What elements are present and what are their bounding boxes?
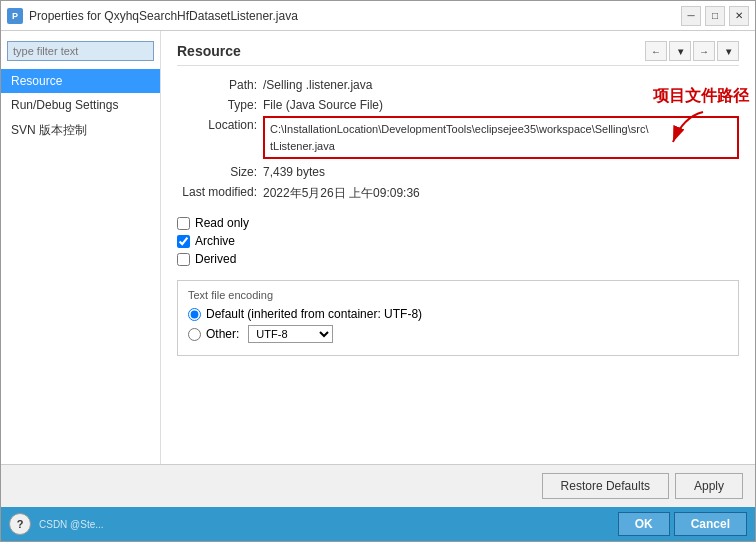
size-label: Size: [177,163,257,179]
title-bar: P Properties for QxyhqSearchHfDatasetLis… [1,1,755,31]
content-area: Resource Run/Debug Settings SVN 版本控制 Res… [1,31,755,464]
maximize-button[interactable]: □ [705,6,725,26]
back-button[interactable]: ← [645,41,667,61]
other-encoding-radio[interactable] [188,328,201,341]
encoding-title: Text file encoding [188,289,728,301]
type-value: File (Java Source File) [263,96,739,112]
title-controls: ─ □ ✕ [681,6,749,26]
default-encoding-row[interactable]: Default (inherited from container: UTF-8… [188,307,728,321]
derived-checkbox[interactable] [177,253,190,266]
archive-label: Archive [195,234,235,248]
default-encoding-radio[interactable] [188,308,201,321]
help-button[interactable]: ? [9,513,31,535]
path-value: /Selling .listener.java [263,76,739,92]
info-grid: Path: /Selling .listener.java Type: File… [177,76,739,202]
cancel-button[interactable]: Cancel [674,512,747,536]
nav-buttons: ← ▾ → ▾ [645,41,739,61]
archive-checkbox-row[interactable]: Archive [177,234,739,248]
location-line1: C:\InstallationLocation\DevelopmentTools… [270,123,648,135]
derived-checkbox-row[interactable]: Derived [177,252,739,266]
checkboxes-area: Read only Archive Derived [177,216,739,266]
section-title: Resource [177,43,241,59]
apply-button[interactable]: Apply [675,473,743,499]
sidebar-item-run-debug[interactable]: Run/Debug Settings [1,93,160,117]
location-box: C:\InstallationLocation\DevelopmentTools… [263,116,739,159]
footer-left: ? CSDN @Ste... [9,513,614,535]
size-value: 7,439 bytes [263,163,739,179]
minimize-button[interactable]: ─ [681,6,701,26]
sidebar-item-svn[interactable]: SVN 版本控制 [1,117,160,144]
path-label: Path: [177,76,257,92]
archive-checkbox[interactable] [177,235,190,248]
ok-button[interactable]: OK [618,512,670,536]
encoding-select[interactable]: UTF-8 UTF-16 ISO-8859-1 [248,325,333,343]
location-line2: tListener.java [270,140,335,152]
main-window: P Properties for QxyhqSearchHfDatasetLis… [0,0,756,542]
readonly-checkbox[interactable] [177,217,190,230]
readonly-label: Read only [195,216,249,230]
type-label: Type: [177,96,257,112]
sidebar: Resource Run/Debug Settings SVN 版本控制 [1,31,161,464]
close-button[interactable]: ✕ [729,6,749,26]
annotation-area: C:\InstallationLocation\DevelopmentTools… [263,116,739,159]
bottom-bar: Restore Defaults Apply [1,464,755,507]
main-panel: Resource ← ▾ → ▾ Path: /Selling .listene… [161,31,755,464]
title-bar-left: P Properties for QxyhqSearchHfDatasetLis… [7,8,298,24]
nav-dropdown-button[interactable]: ▾ [669,41,691,61]
other-encoding-label: Other: [206,327,239,341]
encoding-section: Text file encoding Default (inherited fr… [177,280,739,356]
last-modified-label: Last modified: [177,183,257,202]
window-title: Properties for QxyhqSearchHfDatasetListe… [29,9,298,23]
forward-button[interactable]: → [693,41,715,61]
last-modified-value: 2022年5月26日 上午09:09:36 [263,183,739,202]
location-label: Location: [177,116,257,159]
readonly-checkbox-row[interactable]: Read only [177,216,739,230]
other-encoding-row[interactable]: Other: UTF-8 UTF-16 ISO-8859-1 [188,325,728,343]
panel-header: Resource ← ▾ → ▾ [177,41,739,66]
window-icon: P [7,8,23,24]
default-encoding-label: Default (inherited from container: UTF-8… [206,307,422,321]
derived-label: Derived [195,252,236,266]
filter-input[interactable] [7,41,154,61]
footer-bar: ? CSDN @Ste... OK Cancel [1,507,755,541]
footer-watermark: CSDN @Ste... [39,519,104,530]
restore-defaults-button[interactable]: Restore Defaults [542,473,669,499]
sidebar-item-resource[interactable]: Resource [1,69,160,93]
nav-dropdown2-button[interactable]: ▾ [717,41,739,61]
